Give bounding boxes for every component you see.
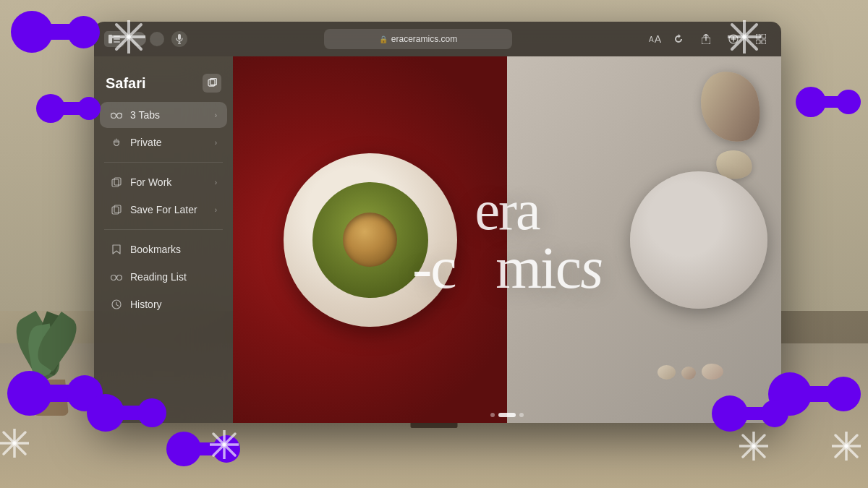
sidebar-item-3tabs-label: 3 Tabs xyxy=(130,109,208,121)
reload-button[interactable] xyxy=(668,31,689,47)
url-text: eraceramics.com xyxy=(391,34,457,44)
sidebar-item-readinglist-label: Reading List xyxy=(130,271,217,283)
svg-point-41 xyxy=(111,114,116,119)
sidebar-item-history[interactable]: History xyxy=(100,291,227,317)
sidebar-item-saveforlater-label: Save For Later xyxy=(130,204,208,215)
chevron-icon-forwork: › xyxy=(215,179,217,187)
svg-rect-36 xyxy=(762,34,766,38)
blob-top-right xyxy=(796,87,861,117)
text-size-button[interactable]: AA xyxy=(649,33,661,45)
bookmark-icon xyxy=(110,244,123,254)
svg-point-47 xyxy=(111,275,116,281)
blob-top-left xyxy=(11,11,100,53)
sidebar-title-container: Safari xyxy=(94,68,233,101)
website-left-panel xyxy=(233,56,507,423)
browser-content: Safari xyxy=(94,56,781,423)
blob-left-mid xyxy=(36,94,101,123)
tab-dot-1 xyxy=(490,413,495,417)
cross-mark-bottom-right xyxy=(739,432,768,461)
glasses-icon xyxy=(110,111,123,119)
sidebar-item-bookmarks[interactable]: Bookmarks xyxy=(100,236,227,262)
sidebar-item-saveforlater[interactable]: Save For Later › xyxy=(100,197,227,223)
cross-mark-far-bottom-right xyxy=(832,432,861,461)
browser-window: 🔒 eraceramics.com AA xyxy=(94,22,781,423)
sidebar-item-private-label: Private xyxy=(130,137,208,148)
svg-point-42 xyxy=(117,114,122,119)
cross-mark-bottom-center xyxy=(210,430,239,459)
sidebar-item-readinglist[interactable]: Reading List xyxy=(100,264,227,290)
share-button[interactable] xyxy=(696,31,716,47)
chevron-icon-private: › xyxy=(215,139,217,147)
nav-forward-button[interactable] xyxy=(150,32,164,46)
svg-rect-28 xyxy=(178,34,181,40)
safari-sidebar: Safari xyxy=(94,56,233,423)
stone-decorations xyxy=(702,71,760,179)
sidebar-divider-2 xyxy=(104,229,223,230)
sidebar-title-text: Safari xyxy=(106,75,146,92)
sidebar-item-forwork-label: For Work xyxy=(130,176,208,188)
svg-rect-38 xyxy=(762,40,766,44)
microphone-button[interactable] xyxy=(171,31,187,47)
address-bar[interactable]: 🔒 eraceramics.com xyxy=(324,29,512,49)
lock-icon: 🔒 xyxy=(379,35,388,43)
small-stones xyxy=(658,364,723,380)
svg-point-48 xyxy=(117,275,122,281)
ceramic-plate-right xyxy=(630,171,767,309)
chevron-icon-3tabs: › xyxy=(215,111,217,119)
copy-icon-forwork xyxy=(110,177,123,187)
chevron-icon-saveforlater: › xyxy=(215,206,217,214)
blob-bottom-left-2 xyxy=(87,394,166,432)
clock-icon xyxy=(110,299,123,309)
hand-icon xyxy=(110,137,123,147)
sidebar-item-forwork[interactable]: For Work › xyxy=(100,169,227,195)
copy-icon-saveforlater xyxy=(110,205,123,215)
sidebar-divider-1 xyxy=(104,162,223,163)
cross-mark-top-left xyxy=(112,20,145,53)
tab-indicator-dots xyxy=(490,413,524,417)
tab-dot-2-active xyxy=(498,413,516,417)
sidebar-item-history-label: History xyxy=(130,299,217,310)
website-right-panel xyxy=(507,56,781,423)
sidebar-copy-button[interactable] xyxy=(203,74,221,93)
blob-bottom-right-2 xyxy=(712,395,788,432)
browser-toolbar: 🔒 eraceramics.com AA xyxy=(94,22,781,56)
sidebar-item-private[interactable]: Private › xyxy=(100,129,227,155)
sidebar-item-3tabs[interactable]: 3 Tabs › xyxy=(100,102,227,128)
cross-mark-top-right xyxy=(728,20,761,53)
reading-list-icon xyxy=(110,273,123,281)
tab-dot-3 xyxy=(519,413,524,417)
website-content-area: era -c mics xyxy=(233,56,781,423)
sidebar-item-bookmarks-label: Bookmarks xyxy=(130,244,217,255)
cross-mark-bottom-left xyxy=(0,429,29,458)
ceramic-plate-left xyxy=(284,153,457,327)
